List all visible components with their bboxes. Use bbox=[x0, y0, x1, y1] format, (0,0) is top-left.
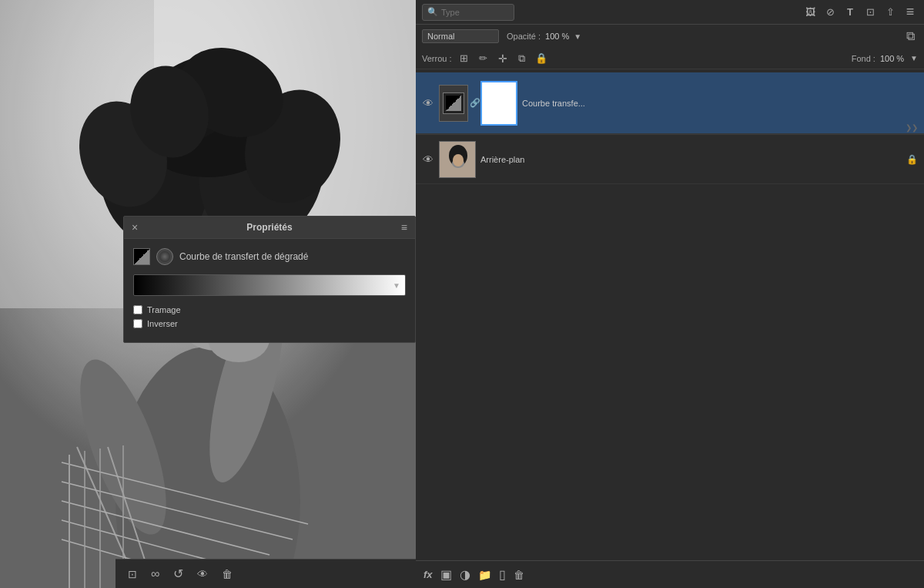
layer-item-background[interactable]: 👁 Arrière-plan 🔒 bbox=[416, 135, 924, 184]
layer-item-adjustment[interactable]: 👁 🔗 Courbe transfe... bbox=[416, 72, 924, 134]
collapse-arrow[interactable]: ❯❯ bbox=[906, 123, 918, 132]
bottom-canvas-toolbar: ⊡ ∞ ↺ 👁 🗑 bbox=[116, 559, 416, 588]
tramage-row: Tramage bbox=[133, 305, 406, 314]
layers-bottom-toolbar: fx ▣ ◑ 📁 ▯ 🗑 bbox=[416, 560, 924, 588]
chain-icon-adjustment: 🔗 bbox=[470, 98, 479, 108]
gradient-dropdown-arrow[interactable]: ▼ bbox=[393, 281, 400, 290]
lock-label: Verrou : bbox=[422, 54, 452, 63]
background-layer-thumb bbox=[439, 141, 476, 178]
canvas-visibility-button[interactable]: 👁 bbox=[197, 568, 208, 580]
prop-thumb-circle bbox=[156, 248, 173, 265]
properties-panel: × Propriétés ≡ Courbe de transfert de dé… bbox=[123, 216, 416, 343]
layer-visibility-background[interactable]: 👁 bbox=[422, 153, 434, 166]
new-adjustment-layer-button[interactable]: ◑ bbox=[460, 567, 470, 582]
fill-label: Fond : bbox=[852, 54, 875, 63]
fx-button[interactable]: fx bbox=[424, 569, 433, 580]
layers-list: 👁 🔗 Courbe transfe... 👁 bbox=[416, 69, 924, 560]
layers-menu-icon[interactable]: ≡ bbox=[902, 5, 918, 20]
upload-icon[interactable]: ⇧ bbox=[882, 5, 898, 20]
canvas-link-button[interactable]: ∞ bbox=[151, 567, 159, 581]
lock-bar: Verrou : ⊞ ✏ ✛ ⧉ 🔒 Fond : 100 % ▼ bbox=[416, 48, 924, 69]
image-filter-icon[interactable]: 🖼 bbox=[802, 5, 818, 20]
prop-thumb-black bbox=[133, 248, 150, 265]
properties-title: Propriétés bbox=[246, 222, 292, 233]
search-input[interactable] bbox=[441, 8, 509, 17]
layer-visibility-adjustment[interactable]: 👁 bbox=[422, 97, 434, 109]
lock-artboards-icon[interactable]: ⧉ bbox=[514, 51, 530, 66]
group-layers-button[interactable]: 📁 bbox=[478, 569, 491, 581]
fill-dropdown-arrow[interactable]: ▼ bbox=[910, 54, 918, 62]
adjustment-mask-thumb bbox=[480, 81, 517, 126]
bg-thumb-svg bbox=[440, 142, 476, 178]
properties-layer-name: Courbe de transfert de dégradé bbox=[179, 251, 308, 262]
search-box[interactable]: 🔍 bbox=[422, 4, 514, 21]
adjustment-layer-thumb bbox=[439, 85, 468, 122]
frame-filter-icon[interactable]: ⊡ bbox=[862, 5, 878, 20]
properties-header: × Propriétés ≡ bbox=[124, 217, 415, 239]
right-panel: 🔍 🖼 ⊘ T ⊡ ⇧ ≡ Normal Opacité : 100 % ▼ ⧉… bbox=[416, 0, 924, 588]
background-layer-lock: 🔒 bbox=[906, 154, 918, 165]
fill-value: 100 % bbox=[880, 54, 904, 63]
opacity-label: Opacité : bbox=[507, 32, 541, 41]
canvas-undo-button[interactable]: ↺ bbox=[173, 566, 183, 581]
properties-close-button[interactable]: × bbox=[132, 221, 138, 234]
layers-top-bar: 🔍 🖼 ⊘ T ⊡ ⇧ ≡ bbox=[416, 0, 924, 25]
filter-cancel-icon[interactable]: ⊘ bbox=[822, 5, 838, 20]
gradient-bar[interactable]: ▼ bbox=[133, 274, 406, 296]
lock-all-icon[interactable]: 🔒 bbox=[534, 51, 549, 66]
background-layer-name: Arrière-plan bbox=[480, 155, 902, 164]
canvas-frame-button[interactable]: ⊡ bbox=[128, 568, 137, 580]
properties-menu-button[interactable]: ≡ bbox=[401, 221, 407, 234]
opacity-value: 100 % bbox=[545, 32, 569, 41]
opacity-dropdown-arrow[interactable]: ▼ bbox=[574, 32, 581, 41]
lock-pixels-icon[interactable]: ✏ bbox=[476, 51, 491, 66]
tramage-label: Tramage bbox=[147, 305, 181, 314]
inverser-row: Inverser bbox=[133, 319, 406, 328]
inverser-checkbox[interactable] bbox=[133, 319, 142, 328]
blend-mode-bar: Normal Opacité : 100 % ▼ ⧉ bbox=[416, 25, 924, 48]
new-layer-button[interactable]: ▯ bbox=[499, 567, 506, 582]
layers-stack-icon[interactable]: ⧉ bbox=[902, 29, 918, 44]
toolbar-icons: 🖼 ⊘ T ⊡ ⇧ ≡ bbox=[802, 5, 918, 20]
properties-layer-info: Courbe de transfert de dégradé bbox=[133, 248, 406, 265]
adjustment-thumbnails: 🔗 bbox=[439, 81, 517, 126]
gradient-bar-container: ▼ bbox=[133, 274, 406, 296]
tramage-checkbox[interactable] bbox=[133, 305, 142, 314]
lock-icons: ⊞ ✏ ✛ ⧉ 🔒 bbox=[457, 51, 549, 66]
blend-mode-select[interactable]: Normal bbox=[422, 29, 499, 43]
lock-position-icon[interactable]: ✛ bbox=[495, 51, 511, 66]
canvas-trash-button[interactable]: 🗑 bbox=[222, 568, 233, 580]
lock-transparent-icon[interactable]: ⊞ bbox=[457, 51, 472, 66]
adjustment-layer-name: Courbe transfe... bbox=[522, 99, 918, 108]
search-icon: 🔍 bbox=[427, 7, 438, 17]
delete-layer-button[interactable]: 🗑 bbox=[514, 569, 524, 581]
properties-body: Courbe de transfert de dégradé ▼ Tramage… bbox=[124, 239, 415, 342]
new-fill-layer-button[interactable]: ▣ bbox=[440, 567, 452, 582]
inverser-label: Inverser bbox=[147, 319, 178, 328]
svg-point-37 bbox=[453, 154, 464, 166]
text-filter-icon[interactable]: T bbox=[842, 5, 858, 20]
